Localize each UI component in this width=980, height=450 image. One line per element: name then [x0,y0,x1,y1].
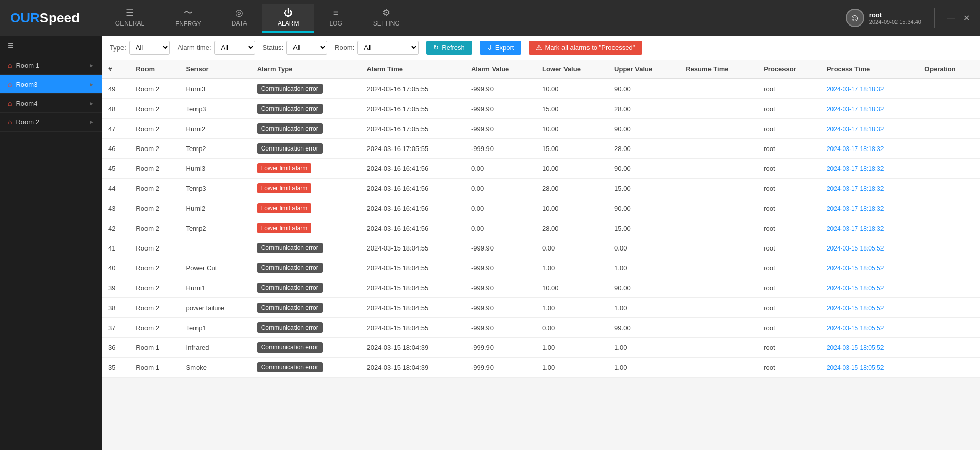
cell-resume-time [679,238,757,258]
mark-all-button[interactable]: ⚠ Mark all alarms to "Processed" [529,41,642,55]
header: OURSpeed ☰GENERAL〜ENERGY◎DATA⏻ALARM≡LOG⚙… [0,0,980,36]
cell-upper-value: 28.00 [608,99,679,119]
main-container: ☰ ⌂Room 1►⌂Room3►⌂Room4►⌂Room 2► Type: A… [0,36,980,450]
home-icon: ⌂ [8,61,12,69]
table-row: 35 Room 1 Smoke Communication error 2024… [102,358,980,378]
cell-resume-time [679,139,757,159]
cell-alarm-time: 2024-03-15 18:04:55 [360,238,464,258]
cell-alarm-value: 0.00 [465,179,536,198]
cell-alarm-type: Lower limit alarm [251,159,361,179]
cell-processor: root [757,358,821,378]
sidebar-item-room2[interactable]: ⌂Room 2► [0,113,102,132]
cell-alarm-value: -999.90 [465,119,536,139]
cell-processor: root [757,79,821,99]
cell-lower-value: 15.00 [536,99,608,119]
cell-id: 36 [102,338,130,358]
room-select[interactable]: All [357,41,419,55]
table-row: 48 Room 2 Temp3 Communication error 2024… [102,99,980,119]
logo-our: OUR [10,10,40,26]
cell-lower-value: 10.00 [536,278,608,298]
cell-resume-time [679,79,757,99]
cell-resume-time [679,338,757,358]
cell-upper-value: 1.00 [608,338,679,358]
cell-process-time: 2024-03-15 18:05:52 [821,258,918,278]
cell-alarm-time: 2024-03-16 17:05:55 [360,119,464,139]
col-alarm-type: Alarm Type [251,60,361,79]
sidebar: ☰ ⌂Room 1►⌂Room3►⌂Room4►⌂Room 2► [0,36,102,450]
alarm-type-badge: Communication error [257,84,323,94]
energy-label: ENERGY [175,20,201,28]
cell-id: 40 [102,258,130,278]
cell-alarm-value: -999.90 [465,278,536,298]
cell-process-time: 2024-03-17 18:18:32 [821,179,918,198]
avatar: ☺ [846,9,864,27]
alarm-type-badge: Communication error [257,123,323,134]
cell-processor: root [757,298,821,318]
col-processor: Processor [757,60,821,79]
export-button[interactable]: ⇓ Export [480,41,522,55]
alarm-time-select[interactable]: All [214,41,255,55]
cell-process-time: 2024-03-15 18:05:52 [821,338,918,358]
minimize-icon[interactable]: — [947,13,955,23]
sidebar-item-room4[interactable]: ⌂Room4► [0,94,102,113]
cell-resume-time [679,278,757,298]
type-select[interactable]: All [129,41,170,55]
cell-lower-value: 1.00 [536,258,608,278]
sidebar-item-room3[interactable]: ⌂Room3► [0,75,102,94]
log-label: LOG [329,20,342,27]
cell-upper-value: 90.00 [608,278,679,298]
cell-room: Room 2 [130,318,180,338]
nav-tab-general[interactable]: ☰GENERAL [100,3,160,33]
sidebar-item-room1[interactable]: ⌂Room 1► [0,56,102,75]
cell-alarm-value: -999.90 [465,358,536,378]
cell-processor: root [757,218,821,238]
cell-operation [918,218,980,238]
cell-alarm-type: Communication error [251,278,361,298]
cell-sensor: Smoke [180,358,251,378]
status-select[interactable]: All [286,41,327,55]
alarm-type-badge: Lower limit alarm [257,183,312,193]
cell-lower-value: 1.00 [536,358,608,378]
cell-id: 44 [102,179,130,198]
nav-tab-alarm[interactable]: ⏻ALARM [262,4,314,33]
cell-room: Room 2 [130,218,180,238]
logo: OURSpeed [10,10,80,26]
close-icon[interactable]: ✕ [963,13,970,23]
alarm-type-badge: Communication error [257,283,323,293]
nav-tab-setting[interactable]: ⚙SETTING [358,3,415,33]
cell-sensor: Temp3 [180,99,251,119]
sidebar-item-label: Room 2 [16,118,39,126]
cell-sensor: Humi3 [180,159,251,179]
expand-arrow-icon: ► [89,82,94,87]
home-icon: ⌂ [8,118,12,126]
refresh-button[interactable]: ↻ Refresh [426,41,472,55]
cell-processor: root [757,159,821,179]
filter-alarm-time: Alarm time: All [178,41,255,55]
export-icon: ⇓ [487,44,493,52]
mark-label: Mark all alarms to "Processed" [545,44,635,52]
cell-processor: root [757,139,821,159]
cell-alarm-type: Communication error [251,258,361,278]
table-row: 41 Room 2 Communication error 2024-03-15… [102,238,980,258]
cell-operation [918,278,980,298]
cell-alarm-time: 2024-03-15 18:04:55 [360,298,464,318]
cell-alarm-type: Communication error [251,338,361,358]
cell-processor: root [757,179,821,198]
alarm-label: ALARM [278,20,299,27]
cell-alarm-type: Communication error [251,358,361,378]
cell-lower-value: 10.00 [536,79,608,99]
cell-process-time: 2024-03-17 18:18:32 [821,159,918,179]
nav-tab-energy[interactable]: 〜ENERGY [160,3,216,33]
cell-lower-value: 28.00 [536,218,608,238]
cell-id: 43 [102,198,130,218]
cell-upper-value: 90.00 [608,79,679,99]
nav-tab-log[interactable]: ≡LOG [314,4,357,33]
cell-room: Room 1 [130,338,180,358]
sidebar-header: ☰ [0,36,102,56]
cell-alarm-time: 2024-03-15 18:04:55 [360,318,464,338]
cell-upper-value: 15.00 [608,179,679,198]
nav-tab-data[interactable]: ◎DATA [216,3,262,33]
table-row: 40 Room 2 Power Cut Communication error … [102,258,980,278]
cell-resume-time [679,258,757,278]
cell-resume-time [679,198,757,218]
